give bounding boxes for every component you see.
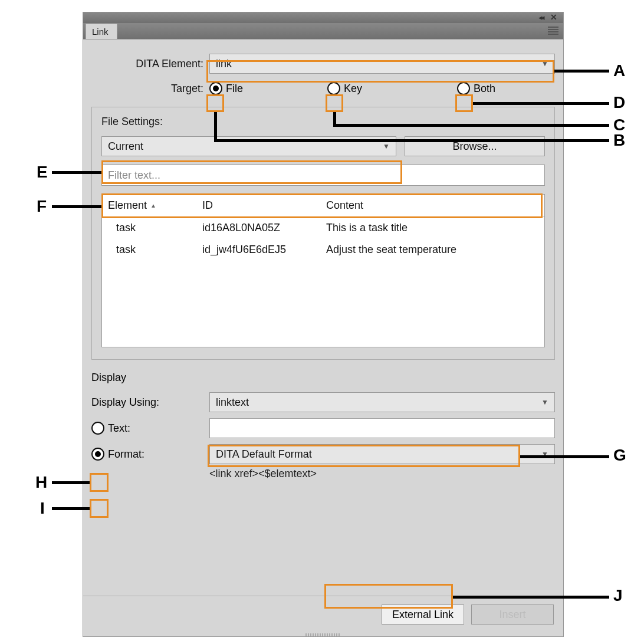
display-format-value: DITA Default Format [216, 448, 312, 461]
display-format-radio[interactable]: Format: [91, 448, 209, 461]
dita-element-value: link [216, 58, 232, 70]
chevron-down-icon: ▼ [383, 142, 390, 150]
target-radio-file[interactable]: File [209, 82, 327, 95]
chevron-down-icon: ▼ [541, 398, 548, 406]
list-row[interactable]: task id16A8L0NA05Z This is a task title [102, 217, 544, 239]
tab-bar: Link [83, 23, 563, 40]
display-using-value: linktext [216, 396, 249, 409]
target-radio-both[interactable]: Both [457, 82, 495, 95]
annotation-letter: J [613, 586, 623, 605]
file-settings-title: File Settings: [101, 116, 545, 128]
annotation-letter: E [37, 163, 48, 182]
display-using-select[interactable]: linktext ▼ [209, 392, 555, 412]
file-source-select[interactable]: Current ▼ [101, 136, 396, 156]
annotation-letter: D [613, 93, 625, 112]
list-header: Element ▲ ID Content [102, 195, 544, 217]
annotation-letter: G [613, 446, 626, 465]
file-source-value: Current [108, 140, 143, 153]
annotation-letter: A [613, 61, 625, 80]
browse-button[interactable]: Browse... [405, 136, 545, 156]
col-content[interactable]: Content [320, 195, 544, 216]
annotation-letter: I [40, 499, 45, 518]
annotation-letter: F [37, 197, 47, 216]
dita-element-label: DITA Element: [91, 58, 209, 70]
external-link-button[interactable]: External Link [382, 604, 464, 625]
target-radio-key-label: Key [344, 83, 362, 95]
sort-asc-icon: ▲ [150, 202, 156, 209]
target-radio-group: File Key Both [209, 82, 555, 95]
target-radio-both-label: Both [474, 83, 495, 95]
display-title: Display [91, 372, 555, 384]
annotation-letter: H [35, 473, 47, 492]
panel-menu-icon[interactable] [548, 27, 558, 35]
file-settings-group: File Settings: Current ▼ Browse... Filte… [91, 107, 555, 360]
bottom-bar: External Link Insert [83, 596, 563, 633]
display-using-label: Display Using: [91, 396, 209, 409]
resize-gripper[interactable] [305, 633, 341, 636]
target-radio-key[interactable]: Key [327, 82, 457, 95]
list-row[interactable]: task id_jw4fU6E6dEJ5 Adjust the seat tem… [102, 239, 544, 261]
col-element[interactable]: Element ▲ [102, 195, 196, 216]
link-panel: ◂◂ ✕ Link DITA Element: link ▼ Target: F… [83, 12, 564, 637]
filter-input[interactable]: Filter text... [101, 165, 545, 186]
chevron-down-icon: ▼ [541, 60, 548, 68]
annotation-letter: B [613, 131, 625, 150]
display-text-input[interactable] [209, 418, 555, 438]
tab-link[interactable]: Link [86, 24, 117, 39]
display-text-radio[interactable]: Text: [91, 422, 209, 435]
display-text-label: Text: [108, 422, 130, 435]
close-icon[interactable]: ✕ [550, 12, 557, 22]
target-label: Target: [91, 83, 209, 95]
chevron-down-icon: ▼ [541, 450, 548, 458]
collapse-icon[interactable]: ◂◂ [538, 13, 543, 22]
insert-button: Insert [471, 604, 554, 625]
display-format-label: Format: [108, 448, 144, 461]
format-helper: <link xref><$elemtext> [209, 468, 555, 480]
panel-titlebar: ◂◂ ✕ [83, 12, 563, 23]
col-id[interactable]: ID [196, 195, 320, 216]
element-list[interactable]: Element ▲ ID Content task id16A8L0NA05Z … [101, 194, 545, 347]
target-radio-file-label: File [226, 83, 243, 95]
dita-element-select[interactable]: link ▼ [209, 54, 555, 74]
display-format-select[interactable]: DITA Default Format ▼ [209, 444, 555, 464]
filter-placeholder: Filter text... [108, 169, 160, 182]
